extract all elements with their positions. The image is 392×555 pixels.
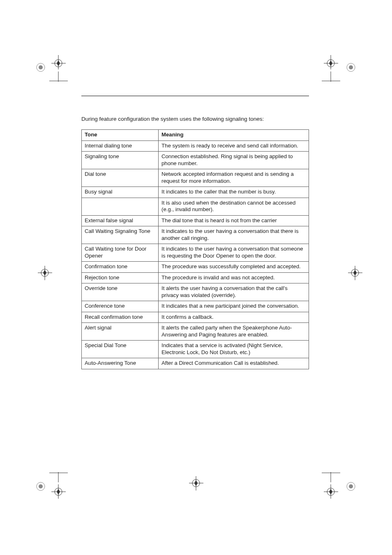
crop-mark-icon [34, 472, 48, 501]
tone-cell [82, 198, 159, 215]
tone-cell: External false signal [82, 215, 159, 226]
meaning-cell: Indicates that a service is activated (N… [159, 341, 309, 358]
crop-mark-icon [322, 472, 340, 501]
meaning-cell: It confirms a callback. [159, 312, 309, 323]
table-row: Dial toneNetwork accepted information re… [82, 169, 309, 187]
table-row: Confirmation toneThe procedure was succe… [82, 262, 309, 273]
page-content: During feature configuration the system … [81, 88, 309, 369]
svg-point-1 [39, 65, 43, 69]
crop-mark-icon [49, 472, 68, 501]
meaning-cell: The dial tone that is heard is not from … [159, 215, 309, 226]
table-row: Call Waiting Signaling ToneIt indicates … [82, 226, 309, 244]
meaning-cell: It alerts the called party when the Spea… [159, 323, 309, 341]
svg-point-21 [39, 484, 43, 488]
table-row: Recall confirmation toneIt confirms a ca… [82, 312, 309, 323]
header-divider [81, 88, 309, 96]
tone-cell: Alert signal [82, 323, 159, 341]
tone-cell: Auto-Answering Tone [82, 358, 159, 369]
tone-cell: Rejection tone [82, 272, 159, 283]
table-row: Auto-Answering ToneAfter a Direct Commun… [82, 358, 309, 369]
tone-cell: Special Dial Tone [82, 341, 159, 358]
table-row: It is also used when the destination can… [82, 198, 309, 215]
tone-cell: Recall confirmation tone [82, 312, 159, 323]
meaning-cell: It is also used when the destination can… [159, 198, 309, 215]
tone-cell: Call Waiting tone for Door Opener [82, 244, 159, 262]
table-row: Override toneIt alerts the user having a… [82, 283, 309, 301]
crop-mark-icon [344, 472, 358, 501]
table-row: Internal dialing toneThe system is ready… [82, 140, 309, 152]
tone-cell: Internal dialing tone [82, 140, 159, 152]
crop-mark-icon [322, 53, 340, 82]
meaning-cell: The procedure was successfully completed… [159, 262, 309, 273]
meaning-cell: After a Direct Communication Call is est… [159, 358, 309, 369]
svg-point-36 [349, 484, 353, 488]
svg-point-13 [349, 65, 353, 69]
tone-cell: Call Waiting Signaling Tone [82, 226, 159, 244]
crop-mark-icon [49, 53, 68, 82]
table-header-meaning: Meaning [159, 130, 309, 141]
crop-mark-icon [344, 53, 358, 82]
tone-cell: Confirmation tone [82, 262, 159, 273]
meaning-cell: It alerts the user having a conversation… [159, 283, 309, 301]
table-row: Conference toneIt indicates that a new p… [82, 301, 309, 312]
meaning-cell: Network accepted information request and… [159, 169, 309, 187]
intro-text: During feature configuration the system … [81, 116, 309, 122]
table-row: Rejection toneThe procedure is invalid a… [82, 272, 309, 283]
crop-mark-icon [34, 53, 48, 82]
tone-cell: Busy signal [82, 187, 159, 198]
meaning-cell: It indicates that a new participant join… [159, 301, 309, 312]
meaning-cell: Connection established. Ring signal is b… [159, 152, 309, 169]
tone-cell: Signaling tone [82, 152, 159, 169]
tone-cell: Dial tone [82, 169, 159, 187]
tones-table: Tone Meaning Internal dialing toneThe sy… [81, 129, 309, 369]
meaning-cell: It indicates to the caller that the numb… [159, 187, 309, 198]
table-row: Call Waiting tone for Door OpenerIt indi… [82, 244, 309, 262]
meaning-cell: It indicates to the user having a conver… [159, 226, 309, 244]
meaning-cell: The procedure is invalid and was not acc… [159, 272, 309, 283]
meaning-cell: The system is ready to receive and send … [159, 140, 309, 152]
crop-mark-icon [34, 264, 56, 282]
tone-cell: Conference tone [82, 301, 159, 312]
tone-cell: Override tone [82, 283, 159, 301]
table-row: Signaling toneConnection established. Ri… [82, 152, 309, 169]
table-header-tone: Tone [82, 130, 159, 141]
crop-mark-icon [185, 472, 208, 495]
table-row: Special Dial ToneIndicates that a servic… [82, 341, 309, 358]
table-row: Alert signalIt alerts the called party w… [82, 323, 309, 341]
table-row: External false signalThe dial tone that … [82, 215, 309, 226]
table-row: Busy signalIt indicates to the caller th… [82, 187, 309, 198]
meaning-cell: It indicates to the user having a conver… [159, 244, 309, 262]
crop-mark-icon [344, 264, 367, 282]
